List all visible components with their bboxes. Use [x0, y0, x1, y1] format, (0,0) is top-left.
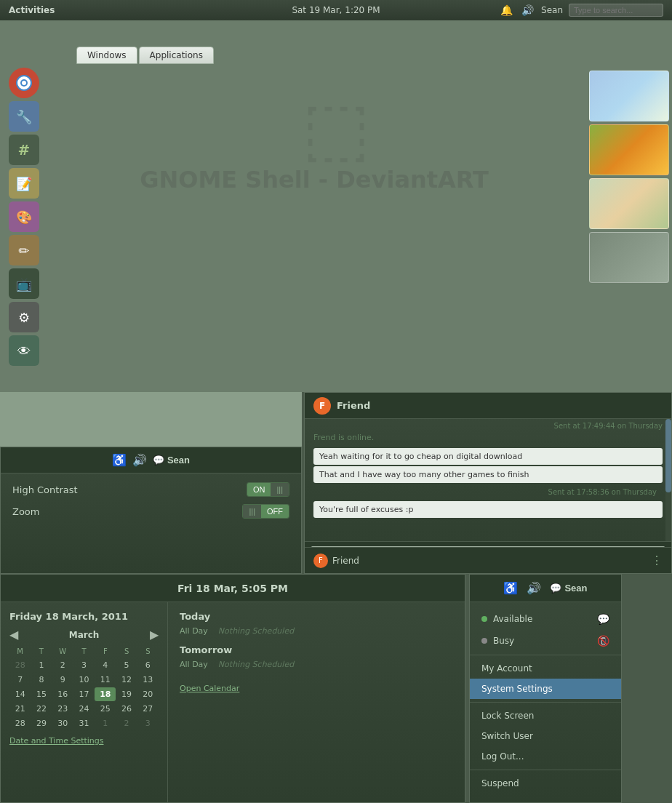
accessibility-panel: ♿ 🔊 💬 Sean High Contrast ON ||| — [0, 447, 302, 574]
cal-day-10[interactable]: 10 — [73, 673, 95, 687]
user-name[interactable]: Sean — [541, 5, 563, 15]
cal-day-13[interactable]: 13 — [137, 673, 159, 687]
activities-label[interactable]: Activities — [9, 5, 55, 15]
thumbnail-4[interactable] — [589, 232, 669, 283]
cal-day-21[interactable]: 21 — [9, 702, 31, 716]
status-busy[interactable]: Busy 📵 — [470, 630, 621, 652]
chat-options-icon[interactable]: ⋮ — [651, 554, 663, 567]
prev-month-button[interactable]: ◀ — [9, 628, 18, 642]
cal-day-16[interactable]: 16 — [52, 687, 73, 701]
cal-day-6[interactable]: 6 — [137, 658, 159, 672]
user-name-button[interactable]: 💬 Sean — [550, 583, 587, 594]
chat-online-status: Frend is online. — [305, 431, 671, 447]
app-viewer[interactable]: 👁 — [9, 335, 39, 366]
zoom-row: Zoom ||| OFF — [12, 504, 289, 519]
cal-day-1-next[interactable]: 1 — [95, 716, 116, 730]
thumbnail-3[interactable] — [589, 178, 669, 229]
cal-day-5[interactable]: 5 — [116, 658, 137, 672]
zoom-off[interactable]: OFF — [261, 505, 289, 518]
menu-switch-user[interactable]: Switch User — [470, 726, 621, 746]
notification-icon[interactable]: 🔔 — [499, 4, 514, 16]
cal-day-19[interactable]: 19 — [116, 687, 137, 701]
cal-day-2[interactable]: 2 — [52, 658, 73, 672]
next-month-button[interactable]: ▶ — [150, 628, 159, 642]
cal-day-20[interactable]: 20 — [137, 687, 159, 701]
available-dot — [481, 616, 487, 622]
cal-day-18-today[interactable]: 18 — [95, 687, 116, 701]
cal-day-11[interactable]: 11 — [95, 673, 116, 687]
cal-day-28-prev[interactable]: 28 — [9, 658, 31, 672]
chat-scrollbar-thumb — [665, 419, 671, 492]
date-time-settings[interactable]: Date and Time Settings — [9, 736, 159, 746]
cal-day-26[interactable]: 26 — [116, 702, 137, 716]
app-settings[interactable]: ⚙️ — [9, 302, 39, 332]
cal-day-3[interactable]: 3 — [73, 658, 95, 672]
open-calendar[interactable]: Open Calendar — [180, 684, 453, 693]
menu-my-account[interactable]: My Account — [470, 658, 621, 679]
zoom-on[interactable]: ||| — [243, 505, 261, 518]
chat-msg-3: You're full of excuses :p — [313, 501, 663, 518]
app-tv[interactable]: 📺 — [9, 268, 39, 299]
cal-day-1[interactable]: 1 — [31, 658, 52, 672]
cal-day-8[interactable]: 8 — [31, 673, 52, 687]
app-hashtag[interactable]: # — [9, 135, 39, 165]
app-paint[interactable]: 🎨 — [9, 201, 39, 232]
bottom-left-panel: ♿ 🔊 💬 Sean High Contrast ON ||| — [0, 392, 302, 574]
a11y-chat-icon: 💬 — [153, 455, 164, 466]
volume-icon-btn[interactable]: 🔊 — [527, 581, 541, 595]
high-contrast-toggle[interactable]: ON ||| — [247, 482, 289, 497]
cal-day-25[interactable]: 25 — [95, 702, 116, 716]
cal-day-9[interactable]: 9 — [52, 673, 73, 687]
cal-day-12[interactable]: 12 — [116, 673, 137, 687]
calendar-nav: ◀ March ▶ — [9, 628, 159, 642]
cal-day-23[interactable]: 23 — [52, 702, 73, 716]
cal-day-7[interactable]: 7 — [9, 673, 31, 687]
cal-day-31[interactable]: 31 — [73, 716, 95, 730]
busy-icon: 📵 — [597, 635, 609, 647]
a11y-volume-icon[interactable]: 🔊 — [132, 453, 147, 467]
cal-day-24[interactable]: 24 — [73, 702, 95, 716]
volume-icon[interactable]: 🔊 — [520, 4, 535, 16]
dow-s: S — [116, 646, 137, 657]
cal-day-22[interactable]: 22 — [31, 702, 52, 716]
tomorrow-label: Tomorrow — [180, 644, 453, 655]
dow-w: W — [52, 646, 73, 657]
a11y-user-button[interactable]: 💬 Sean — [153, 455, 190, 466]
status-available[interactable]: Available 💬 — [470, 608, 621, 630]
cal-day-27[interactable]: 27 — [137, 702, 159, 716]
high-contrast-on[interactable]: ON — [247, 483, 271, 496]
a11y-accessibility-icon[interactable]: ♿ — [112, 453, 127, 467]
cal-day-15[interactable]: 15 — [31, 687, 52, 701]
app-config[interactable]: 🔧 — [9, 101, 39, 132]
cal-day-29[interactable]: 29 — [31, 716, 52, 730]
cal-day-28[interactable]: 28 — [9, 716, 31, 730]
chat-scrollbar[interactable] — [665, 419, 671, 541]
cal-day-17[interactable]: 17 — [73, 687, 95, 701]
tab-windows[interactable]: Windows — [76, 47, 137, 64]
tab-applications[interactable]: Applications — [139, 47, 214, 64]
sidebar-icons: 🔧 # 📝 🎨 ✏️ 📺 ⚙️ 👁 — [9, 68, 39, 366]
nav-tabs: Windows Applications — [76, 47, 214, 64]
menu-suspend[interactable]: Suspend — [470, 773, 621, 794]
chat-msg-1: Yeah waiting for it to go cheap on digit… — [313, 448, 663, 465]
app-chrome[interactable] — [9, 68, 39, 98]
app-draw[interactable]: ✏️ — [9, 235, 39, 265]
menu-system-settings[interactable]: System Settings — [470, 679, 621, 699]
app-text-editor[interactable]: 📝 — [9, 168, 39, 199]
cal-day-30[interactable]: 30 — [52, 716, 73, 730]
tomorrow-all-day-label: All Day — [180, 660, 208, 669]
thumbnail-2[interactable] — [589, 124, 669, 175]
cal-day-3-next[interactable]: 3 — [137, 716, 159, 730]
thumbnail-1[interactable] — [589, 71, 669, 121]
cal-day-2-next[interactable]: 2 — [116, 716, 137, 730]
cal-week-5: 28 29 30 31 1 2 3 — [9, 716, 159, 730]
user-panel-header: ♿ 🔊 💬 Sean — [470, 575, 621, 602]
accessibility-icon-btn[interactable]: ♿ — [503, 581, 518, 595]
zoom-toggle[interactable]: ||| OFF — [242, 504, 289, 519]
cal-day-14[interactable]: 14 — [9, 687, 31, 701]
high-contrast-off[interactable]: ||| — [271, 483, 289, 496]
menu-lock-screen[interactable]: Lock Screen — [470, 706, 621, 726]
cal-day-4[interactable]: 4 — [95, 658, 116, 672]
menu-log-out[interactable]: Log Out... — [470, 746, 621, 767]
search-input[interactable] — [569, 4, 663, 17]
